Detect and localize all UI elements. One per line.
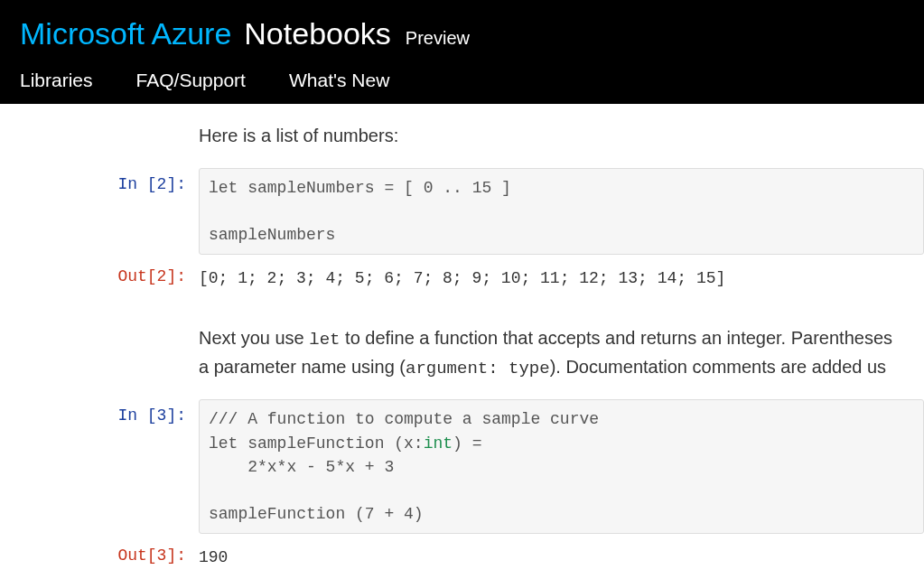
app-header: Microsoft Azure Notebooks Preview Librar…	[0, 0, 924, 104]
prompt-in-2: In [2]:	[63, 168, 199, 193]
code-block-2[interactable]: let sampleNumbers = [ 0 .. 15 ] sampleNu…	[199, 168, 924, 255]
notebook-area: Here is a list of numbers: In [2]: let s…	[0, 104, 924, 576]
nav-faq[interactable]: FAQ/Support	[136, 70, 246, 91]
md2-code-let: let	[309, 330, 340, 350]
output-cell-3: Out[3]: 190	[63, 539, 924, 576]
nav-row: Libraries FAQ/Support What's New	[20, 70, 904, 104]
code-cell-in-2[interactable]: In [2]: let sampleNumbers = [ 0 .. 15 ] …	[63, 168, 924, 255]
output-block-3: 190	[199, 539, 924, 576]
markdown-cell-2: Next you use let to define a function th…	[199, 324, 924, 381]
code-cell-in-3[interactable]: In [3]: /// A function to compute a samp…	[63, 399, 924, 533]
brand-preview: Preview	[406, 28, 470, 49]
prompt-out-3: Out[3]:	[63, 539, 199, 565]
prompt-in-3: In [3]:	[63, 399, 199, 425]
output-block-2: [0; 1; 2; 3; 4; 5; 6; 7; 8; 9; 10; 11; 1…	[199, 260, 924, 297]
brand-notebooks: Notebooks	[244, 16, 391, 51]
md2-text-b: to define a function that accepts and re…	[341, 328, 893, 348]
nav-whatsnew[interactable]: What's New	[289, 70, 389, 91]
brand-row: Microsoft Azure Notebooks Preview	[20, 16, 904, 51]
md2-text-d: ). Documentation comments are added us	[550, 357, 886, 377]
nav-libraries[interactable]: Libraries	[20, 70, 93, 91]
brand-azure[interactable]: Microsoft Azure	[20, 16, 231, 51]
md2-text-a: Next you use	[199, 328, 309, 348]
prompt-out-2: Out[2]:	[63, 260, 199, 285]
md2-code-argtype: argument: type	[406, 359, 550, 378]
output-cell-2: Out[2]: [0; 1; 2; 3; 4; 5; 6; 7; 8; 9; 1…	[63, 260, 924, 297]
md2-text-c: a parameter name using (	[199, 357, 406, 377]
markdown-cell-1: Here is a list of numbers:	[199, 126, 924, 146]
code-block-3[interactable]: /// A function to compute a sample curve…	[199, 399, 924, 533]
